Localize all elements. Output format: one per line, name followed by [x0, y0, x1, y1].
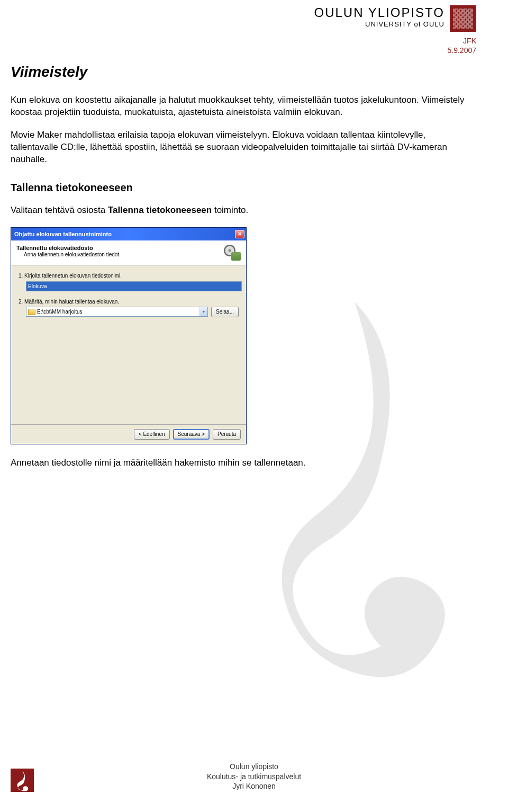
step-1-label: 1. Kirjoita tallennetun elokuvan tiedost…	[19, 273, 239, 279]
wizard-header-title: Tallennettu elokuvatiedosto	[16, 245, 119, 251]
university-logo-text: OULUN YLIOPISTO UNIVERSITY of OULU	[314, 5, 444, 28]
author-initials: JFK	[448, 36, 477, 46]
folder-path: E:\cbt\MM harjoitus	[37, 309, 83, 315]
section-heading: Tallenna tietokoneeseen	[11, 182, 476, 194]
paragraph-1: Kun elokuva on koostettu aikajanalle ja …	[11, 94, 471, 119]
wizard-header: Tallennettu elokuvatiedosto Anna tallenn…	[11, 240, 246, 265]
footer-line-1: Oulun yliopisto	[0, 762, 508, 771]
save-wizard-dialog: Ohjattu elokuvan tallennustoiminto ✕ Tal…	[11, 227, 247, 444]
document-content: Viimeistely Kun elokuva on koostettu aik…	[11, 11, 476, 469]
cancel-button[interactable]: Peruuta	[213, 429, 241, 440]
back-button[interactable]: < Edellinen	[134, 429, 170, 440]
document-date: 5.9.2007	[448, 46, 477, 55]
close-button[interactable]: ✕	[235, 230, 244, 238]
wizard-footer: < Edellinen Seuraava > Peruuta	[11, 424, 246, 444]
page-title: Viimeistely	[11, 64, 476, 81]
dialog-title: Ohjattu elokuvan tallennustoiminto	[14, 231, 112, 237]
step-2-label: 2. Määritä, mihin haluat tallentaa eloku…	[19, 299, 239, 305]
browse-button[interactable]: Selaa...	[211, 307, 239, 317]
logo-sub: UNIVERSITY of OULU	[314, 20, 444, 28]
university-logo-icon	[450, 5, 476, 32]
folder-icon	[28, 309, 35, 315]
page-header: OULUN YLIOPISTO UNIVERSITY of OULU	[314, 5, 476, 32]
paragraph-2: Movie Maker mahdollistaa erilaisia tapoj…	[11, 129, 471, 166]
folder-combo[interactable]: E:\cbt\MM harjoitus ▼	[26, 307, 208, 317]
next-button[interactable]: Seuraava >	[173, 429, 210, 440]
close-icon: ✕	[238, 231, 242, 237]
filename-input[interactable]	[26, 281, 242, 291]
paragraph-4: Annetaan tiedostolle nimi ja määritellää…	[11, 457, 471, 469]
footer-line-2: Koulutus- ja tutkimuspalvelut	[0, 772, 508, 781]
document-meta: JFK 5.9.2007	[448, 36, 477, 55]
footer-line-3: Jyri Kononen	[0, 781, 508, 791]
page-footer: Oulun yliopisto Koulutus- ja tutkimuspal…	[0, 762, 508, 791]
chevron-down-icon: ▼	[199, 307, 207, 316]
logo-main: OULUN YLIOPISTO	[314, 5, 444, 20]
dialog-titlebar[interactable]: Ohjattu elokuvan tallennustoiminto ✕	[11, 228, 246, 240]
movie-file-icon	[222, 245, 241, 261]
wizard-body: 1. Kirjoita tallennetun elokuvan tiedost…	[11, 265, 246, 424]
paragraph-3: Valitaan tehtävä osiosta Tallenna tietok…	[11, 204, 471, 217]
wizard-header-subtitle: Anna tallennetun elokuvatiedoston tiedot	[24, 252, 119, 257]
